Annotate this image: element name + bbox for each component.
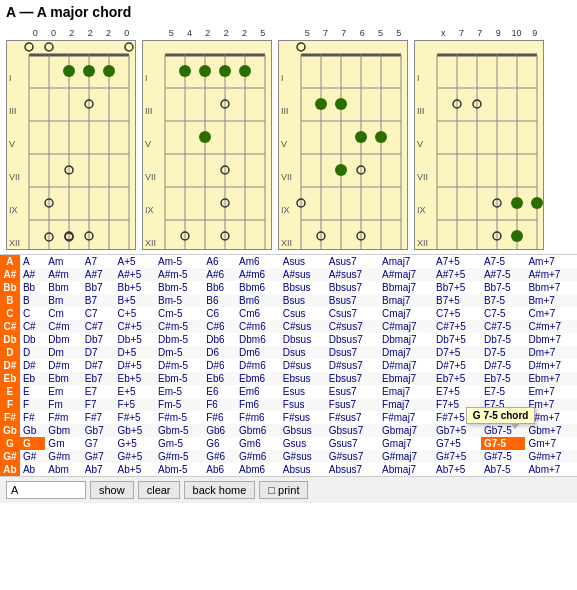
chord-cell[interactable]: A+5 bbox=[115, 255, 156, 268]
chord-cell[interactable]: Eb7+5 bbox=[433, 372, 481, 385]
print-button[interactable]: □ print bbox=[259, 481, 308, 499]
chord-key-cell[interactable]: Gb bbox=[20, 424, 45, 437]
chord-cell[interactable]: Gb7+5 bbox=[433, 424, 481, 437]
chord-cell[interactable]: Gsus7 bbox=[326, 437, 379, 450]
chord-cell[interactable]: G#m6 bbox=[236, 450, 280, 463]
chord-cell[interactable]: Dbsus7 bbox=[326, 333, 379, 346]
chord-key-cell[interactable]: C# bbox=[20, 320, 45, 333]
chord-cell[interactable]: Fsus bbox=[280, 398, 326, 411]
chord-cell[interactable]: G+5 bbox=[115, 437, 156, 450]
chord-key-cell[interactable]: Ab bbox=[20, 463, 45, 476]
chord-cell[interactable]: G7 bbox=[82, 437, 115, 450]
chord-cell[interactable]: F#m bbox=[45, 411, 81, 424]
chord-cell[interactable]: A#m bbox=[45, 268, 81, 281]
chord-cell[interactable]: D6 bbox=[203, 346, 236, 359]
chord-cell[interactable]: Em6 bbox=[236, 385, 280, 398]
chord-cell[interactable]: Ab6 bbox=[203, 463, 236, 476]
chord-cell[interactable]: Abm6 bbox=[236, 463, 280, 476]
chord-cell[interactable]: Ebmaj7 bbox=[379, 372, 433, 385]
chord-cell[interactable]: Gbm6 bbox=[236, 424, 280, 437]
chord-cell[interactable]: C#sus bbox=[280, 320, 326, 333]
chord-cell[interactable]: G6 bbox=[203, 437, 236, 450]
chord-cell[interactable]: C#maj7 bbox=[379, 320, 433, 333]
chord-cell[interactable]: Bb7 bbox=[82, 281, 115, 294]
chord-cell[interactable]: F#m6 bbox=[236, 411, 280, 424]
chord-cell[interactable]: Dbsus bbox=[280, 333, 326, 346]
chord-key-cell[interactable]: C bbox=[20, 307, 45, 320]
chord-cell[interactable]: Dbm-5 bbox=[155, 333, 203, 346]
chord-cell[interactable]: Bm-5 bbox=[155, 294, 203, 307]
chord-cell[interactable]: E7 bbox=[82, 385, 115, 398]
chord-cell[interactable]: A#m6 bbox=[236, 268, 280, 281]
chord-cell[interactable]: Eb7-5 bbox=[481, 372, 526, 385]
chord-cell[interactable]: Am-5 bbox=[155, 255, 203, 268]
chord-cell[interactable]: Absus bbox=[280, 463, 326, 476]
chord-cell[interactable]: Gbm-5 bbox=[155, 424, 203, 437]
chord-cell[interactable]: B+5 bbox=[115, 294, 156, 307]
chord-cell[interactable]: Gbm bbox=[45, 424, 81, 437]
chord-cell[interactable]: F+5 bbox=[115, 398, 156, 411]
chord-cell[interactable]: Am+7 bbox=[525, 255, 577, 268]
chord-cell[interactable]: C#m6 bbox=[236, 320, 280, 333]
chord-cell[interactable]: Cm-5 bbox=[155, 307, 203, 320]
chord-cell[interactable]: C#6 bbox=[203, 320, 236, 333]
chord-cell[interactable]: Gm-5 bbox=[155, 437, 203, 450]
chord-cell[interactable]: Gm+7 bbox=[525, 437, 577, 450]
chord-cell[interactable]: Ab7+5 bbox=[433, 463, 481, 476]
chord-cell[interactable]: Db7 bbox=[82, 333, 115, 346]
chord-cell[interactable]: E+5 bbox=[115, 385, 156, 398]
chord-cell[interactable]: Csus7 bbox=[326, 307, 379, 320]
chord-cell[interactable]: C7 bbox=[82, 307, 115, 320]
chord-cell[interactable]: Eb7 bbox=[82, 372, 115, 385]
chord-cell[interactable]: F#+5 bbox=[115, 411, 156, 424]
chord-cell[interactable]: Fm-5 bbox=[155, 398, 203, 411]
chord-cell[interactable]: F#7 bbox=[82, 411, 115, 424]
chord-cell[interactable]: C#7-5 bbox=[481, 320, 526, 333]
chord-cell[interactable]: Em bbox=[45, 385, 81, 398]
chord-cell[interactable]: C6 bbox=[203, 307, 236, 320]
chord-cell[interactable]: Bbm+7 bbox=[525, 281, 577, 294]
chord-cell[interactable]: D+5 bbox=[115, 346, 156, 359]
chord-cell[interactable]: Esus7 bbox=[326, 385, 379, 398]
chord-cell[interactable]: Ebm+7 bbox=[525, 372, 577, 385]
chord-cell[interactable]: C7+5 bbox=[433, 307, 481, 320]
chord-cell[interactable]: C#7 bbox=[82, 320, 115, 333]
chord-cell[interactable]: Amaj7 bbox=[379, 255, 433, 268]
chord-cell[interactable]: Dbm6 bbox=[236, 333, 280, 346]
chord-cell[interactable]: Bb7-5 bbox=[481, 281, 526, 294]
chord-cell[interactable]: B7+5 bbox=[433, 294, 481, 307]
chord-cell[interactable]: Emaj7 bbox=[379, 385, 433, 398]
chord-cell[interactable]: Am bbox=[45, 255, 81, 268]
chord-cell[interactable]: Cm bbox=[45, 307, 81, 320]
chord-key-cell[interactable]: D bbox=[20, 346, 45, 359]
chord-cell[interactable]: C7-5 bbox=[481, 307, 526, 320]
chord-cell[interactable]: Abm bbox=[45, 463, 81, 476]
chord-cell[interactable]: C+5 bbox=[115, 307, 156, 320]
chord-cell[interactable]: Bb7+5 bbox=[433, 281, 481, 294]
chord-cell[interactable]: Asus7 bbox=[326, 255, 379, 268]
chord-cell[interactable]: A#7+5 bbox=[433, 268, 481, 281]
chord-cell[interactable]: Asus bbox=[280, 255, 326, 268]
chord-cell[interactable]: Bsus7 bbox=[326, 294, 379, 307]
chord-cell[interactable]: Ebm6 bbox=[236, 372, 280, 385]
chord-cell[interactable]: D#m6 bbox=[236, 359, 280, 372]
back-home-button[interactable]: back home bbox=[184, 481, 256, 499]
chord-key-cell[interactable]: F# bbox=[20, 411, 45, 424]
chord-cell[interactable]: Bb6 bbox=[203, 281, 236, 294]
chord-cell[interactable]: Cm6 bbox=[236, 307, 280, 320]
chord-cell[interactable]: Eb+5 bbox=[115, 372, 156, 385]
chord-cell[interactable]: Ebsus7 bbox=[326, 372, 379, 385]
chord-cell[interactable]: A#7-5 bbox=[481, 268, 526, 281]
chord-cell[interactable]: Bbmaj7 bbox=[379, 281, 433, 294]
chord-cell[interactable]: F6 bbox=[203, 398, 236, 411]
chord-cell[interactable]: F7 bbox=[82, 398, 115, 411]
chord-cell[interactable]: D#7+5 bbox=[433, 359, 481, 372]
chord-cell[interactable]: C#+5 bbox=[115, 320, 156, 333]
chord-cell[interactable]: Gsus bbox=[280, 437, 326, 450]
chord-cell[interactable]: C#m bbox=[45, 320, 81, 333]
chord-cell[interactable]: Cm+7 bbox=[525, 307, 577, 320]
chord-cell[interactable]: Dbm+7 bbox=[525, 333, 577, 346]
chord-cell[interactable]: Db7-5 bbox=[481, 333, 526, 346]
chord-cell[interactable]: A#sus bbox=[280, 268, 326, 281]
chord-cell[interactable]: C#sus7 bbox=[326, 320, 379, 333]
